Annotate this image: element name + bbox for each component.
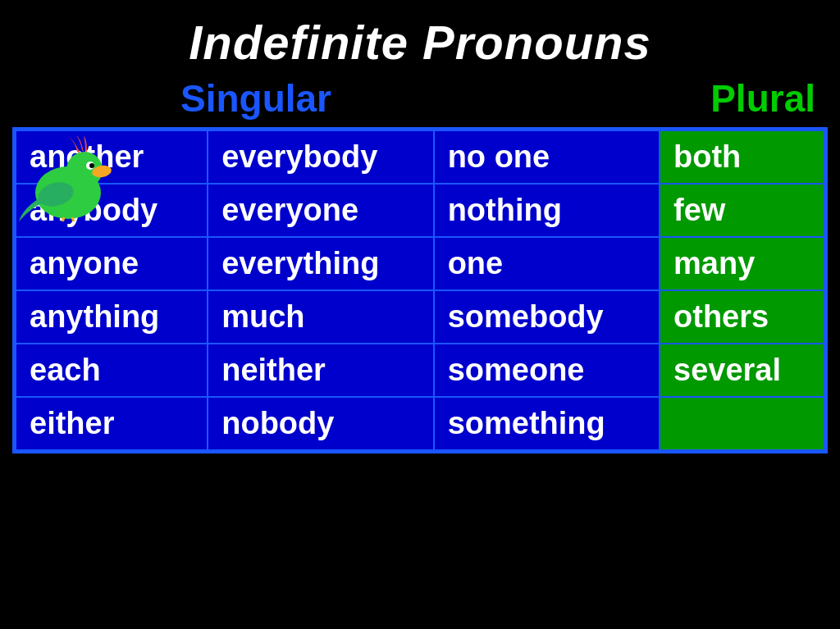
table-row: eithernobodysomething xyxy=(16,397,824,450)
cell-r5-c1: nobody xyxy=(208,397,433,450)
cell-r3-c1: much xyxy=(208,290,433,344)
cell-r4-c2: someone xyxy=(434,344,660,397)
cell-r2-c3: many xyxy=(660,237,824,290)
plural-label: Plural xyxy=(710,76,815,121)
page-title: Indefinite Pronouns xyxy=(0,15,840,70)
cell-r0-c1: everybody xyxy=(208,130,433,184)
svg-point-4 xyxy=(89,163,94,168)
table-row: eachneithersomeoneseveral xyxy=(16,344,824,397)
cell-r5-c3 xyxy=(660,397,824,450)
bird-image xyxy=(15,135,121,221)
pronouns-table: anothereverybodyno onebothanybodyeveryon… xyxy=(15,130,825,451)
cell-r3-c3: others xyxy=(660,290,824,344)
cell-r4-c3: several xyxy=(660,344,824,397)
cell-r1-c2: nothing xyxy=(434,184,660,237)
cell-r5-c2: something xyxy=(434,397,660,450)
cell-r5-c0: either xyxy=(16,397,208,450)
table-row: anybodyeveryonenothingfew xyxy=(16,184,824,237)
cell-r3-c2: somebody xyxy=(434,290,660,344)
cell-r2-c0: anyone xyxy=(16,237,208,290)
cell-r0-c2: no one xyxy=(434,130,660,184)
table-row: anothereverybodyno oneboth xyxy=(16,130,824,184)
cell-r1-c1: everyone xyxy=(208,184,433,237)
cell-r4-c1: neither xyxy=(208,344,433,397)
cell-r2-c1: everything xyxy=(208,237,433,290)
subheader: Singular Plural xyxy=(0,76,840,121)
singular-label: Singular xyxy=(180,76,331,121)
page-title-bar: Indefinite Pronouns xyxy=(0,0,840,76)
table-row: anyoneeverythingonemany xyxy=(16,237,824,290)
cell-r1-c3: few xyxy=(660,184,824,237)
pronouns-table-container: anothereverybodyno onebothanybodyeveryon… xyxy=(12,127,828,454)
cell-r4-c0: each xyxy=(16,344,208,397)
cell-r0-c3: both xyxy=(660,130,824,184)
cell-r2-c2: one xyxy=(434,237,660,290)
table-row: anythingmuchsomebodyothers xyxy=(16,290,824,344)
cell-r3-c0: anything xyxy=(16,290,208,344)
